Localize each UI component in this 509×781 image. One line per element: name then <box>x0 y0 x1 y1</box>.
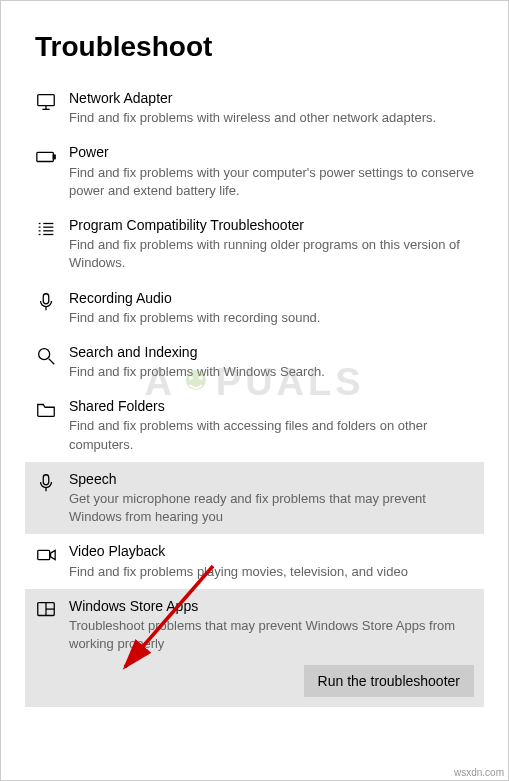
svg-rect-0 <box>38 95 55 106</box>
monitor-icon <box>35 89 69 113</box>
item-desc: Find and fix problems with accessing fil… <box>69 417 474 453</box>
troubleshoot-item-search-indexing[interactable]: Search and Indexing Find and fix problem… <box>35 335 474 389</box>
svg-line-16 <box>49 359 55 365</box>
item-title: Recording Audio <box>69 289 474 307</box>
item-title: Windows Store Apps <box>69 597 474 615</box>
item-title: Network Adapter <box>69 89 474 107</box>
item-desc: Get your microphone ready and fix proble… <box>69 490 474 526</box>
item-desc: Troubleshoot problems that may prevent W… <box>69 617 474 653</box>
folder-icon <box>35 397 69 421</box>
troubleshoot-item-power[interactable]: Power Find and fix problems with your co… <box>35 135 474 208</box>
microphone-icon <box>35 470 69 494</box>
item-title: Search and Indexing <box>69 343 474 361</box>
item-desc: Find and fix problems playing movies, te… <box>69 563 474 581</box>
svg-rect-3 <box>37 153 54 162</box>
battery-icon <box>35 143 69 167</box>
item-desc: Find and fix problems with recording sou… <box>69 309 474 327</box>
troubleshoot-item-shared-folders[interactable]: Shared Folders Find and fix problems wit… <box>35 389 474 462</box>
item-title: Speech <box>69 470 474 488</box>
item-desc: Find and fix problems with wireless and … <box>69 109 474 127</box>
svg-rect-4 <box>53 155 55 159</box>
troubleshoot-item-windows-store-apps[interactable]: Windows Store Apps Troubleshoot problems… <box>25 589 484 666</box>
troubleshoot-item-program-compatibility[interactable]: Program Compatibility Troubleshooter Fin… <box>35 208 474 281</box>
microphone-icon <box>35 289 69 313</box>
list-icon <box>35 216 69 240</box>
troubleshoot-item-video-playback[interactable]: Video Playback Find and fix problems pla… <box>35 534 474 588</box>
troubleshoot-item-speech[interactable]: Speech Get your microphone ready and fix… <box>25 462 484 535</box>
item-desc: Find and fix problems with Windows Searc… <box>69 363 474 381</box>
svg-rect-19 <box>38 551 50 560</box>
svg-rect-13 <box>43 293 49 303</box>
troubleshoot-item-network-adapter[interactable]: Network Adapter Find and fix problems wi… <box>35 81 474 135</box>
svg-rect-17 <box>43 475 49 485</box>
apps-icon <box>35 597 69 621</box>
svg-marker-20 <box>51 551 56 560</box>
item-title: Shared Folders <box>69 397 474 415</box>
svg-point-15 <box>39 349 50 360</box>
search-icon <box>35 343 69 367</box>
item-desc: Find and fix problems with your computer… <box>69 164 474 200</box>
item-title: Power <box>69 143 474 161</box>
troubleshoot-item-recording-audio[interactable]: Recording Audio Find and fix problems wi… <box>35 281 474 335</box>
page-title: Troubleshoot <box>35 31 474 63</box>
run-button-row: Run the troubleshooter <box>25 665 484 707</box>
item-desc: Find and fix problems with running older… <box>69 236 474 272</box>
source-label: wsxdn.com <box>454 767 504 778</box>
video-icon <box>35 542 69 566</box>
run-troubleshooter-button[interactable]: Run the troubleshooter <box>304 665 474 697</box>
item-title: Program Compatibility Troubleshooter <box>69 216 474 234</box>
item-title: Video Playback <box>69 542 474 560</box>
